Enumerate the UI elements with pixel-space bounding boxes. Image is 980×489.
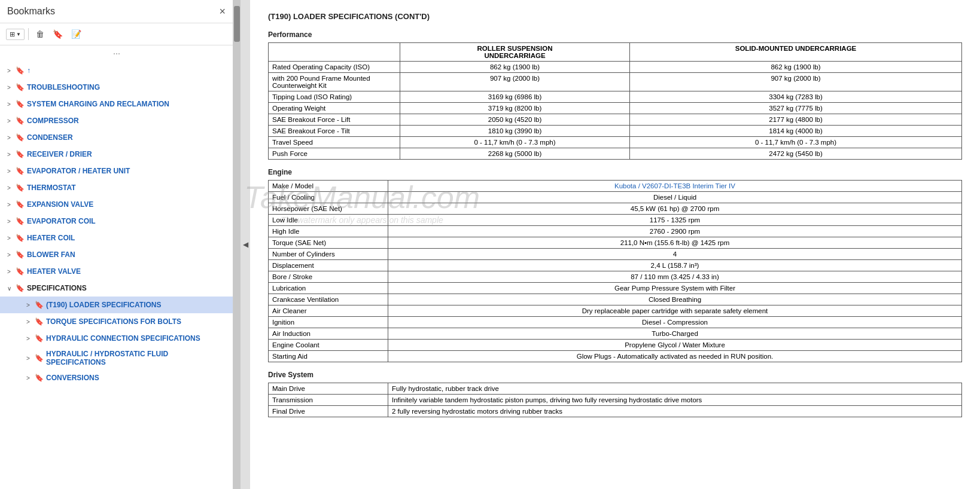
bookmark-item-t190_loader[interactable]: >🔖(T190) LOADER SPECIFICATIONS [0, 297, 233, 313]
bookmark-icon-torque_specs: 🔖 [35, 317, 44, 326]
grid-view-button[interactable]: ⊞ ▼ [6, 29, 25, 40]
expand-arrow-thermostat[interactable]: > [5, 185, 13, 191]
rename-button[interactable]: 📝 [68, 27, 85, 41]
bookmark-label-scroll_up: ↑ [27, 66, 228, 75]
bookmark-icon-evaporator_coil: 🔖 [16, 217, 25, 225]
perf-val2-4: 2177 kg (4800 lb) [630, 114, 962, 126]
bookmark-item-receiver_drier[interactable]: >🔖RECEIVER / DRIER [0, 146, 233, 163]
bookmark-item-troubleshooting[interactable]: >🔖TROUBLESHOOTING [0, 79, 233, 96]
expand-arrow-hydraulic_fluid[interactable]: > [24, 355, 32, 362]
bookmark-icon-receiver_drier: 🔖 [16, 150, 25, 158]
dropdown-arrow: ▼ [16, 32, 21, 37]
expand-arrow-expansion_valve[interactable]: > [5, 201, 13, 208]
bookmark-item-evaporator_heater[interactable]: >🔖EVAPORATOR / HEATER UNIT [0, 163, 233, 179]
bookmark-label-troubleshooting: TROUBLESHOOTING [27, 83, 228, 91]
engine-label-10: Crankcase Ventilation [269, 294, 388, 305]
bookmark-item-evaporator_coil[interactable]: >🔖EVAPORATOR COIL [0, 213, 233, 230]
delete-icon: 🗑 [36, 29, 44, 39]
bookmark-item-scroll_up[interactable]: >🔖↑ [0, 62, 233, 79]
add-bookmark-icon: 🔖 [53, 29, 63, 39]
bookmark-item-condenser[interactable]: >🔖CONDENSER [0, 129, 233, 146]
bookmark-icon-system_charging: 🔖 [16, 100, 25, 108]
expand-arrow-heater_coil[interactable]: > [5, 235, 13, 242]
drive-table: Main Drive Fully hydrostatic, rubber tra… [268, 383, 962, 417]
engine-row-0: Make / Model Kubota / V2607-DI-TE3B Inte… [269, 181, 962, 192]
close-button[interactable]: × [219, 6, 226, 17]
engine-label-4: High Idle [269, 226, 388, 237]
engine-label-14: Engine Coolant [269, 340, 388, 351]
bookmark-item-heater_coil[interactable]: >🔖HEATER COIL [0, 230, 233, 246]
expand-arrow-torque_specs[interactable]: > [24, 319, 32, 325]
engine-row-13: Air Induction Turbo-Charged [269, 328, 962, 340]
bookmark-label-compressor: COMPRESSOR [27, 117, 228, 125]
drive-label-0: Main Drive [269, 383, 388, 395]
bookmark-label-heater_coil: HEATER COIL [27, 234, 228, 242]
expand-arrow-receiver_drier[interactable]: > [5, 151, 13, 158]
perf-label-0: Rated Operating Capacity (ISO) [269, 62, 400, 73]
engine-value-13: Turbo-Charged [388, 328, 962, 340]
bookmark-label-condenser: CONDENSER [27, 133, 228, 142]
bookmark-item-heater_valve[interactable]: >🔖HEATER VALVE [0, 263, 233, 280]
drive-value-1: Infinitely variable tandem hydrostatic p… [388, 395, 962, 406]
expand-arrow-t190_loader[interactable]: > [24, 302, 32, 308]
bookmark-item-compressor[interactable]: >🔖COMPRESSOR [0, 112, 233, 129]
bookmark-item-expansion_valve[interactable]: >🔖EXPANSION VALVE [0, 196, 233, 213]
engine-value-3: 1175 - 1325 rpm [388, 215, 962, 226]
scroll-up-indicator[interactable]: ⋯ [0, 45, 233, 62]
engine-row-10: Crankcase Ventilation Closed Breathing [269, 294, 962, 305]
perf-val2-5: 1814 kg (4000 lb) [630, 126, 962, 137]
expand-arrow-evaporator_heater[interactable]: > [5, 168, 13, 175]
engine-value-1: Diesel / Liquid [388, 192, 962, 203]
engine-label-1: Fuel / Cooling [269, 192, 388, 203]
engine-value-6: 4 [388, 249, 962, 260]
bookmark-label-receiver_drier: RECEIVER / DRIER [27, 150, 228, 158]
bookmark-item-hydraulic_fluid[interactable]: >🔖HYDRAULIC / HYDROSTATIC FLUID SPECIFIC… [0, 347, 233, 369]
bookmark-icon-expansion_valve: 🔖 [16, 200, 25, 209]
expand-arrow-compressor[interactable]: > [5, 118, 13, 124]
bookmark-item-system_charging[interactable]: >🔖SYSTEM CHARGING AND RECLAMATION [0, 96, 233, 112]
bookmark-label-hydraulic_fluid: HYDRAULIC / HYDROSTATIC FLUID SPECIFICAT… [46, 350, 228, 366]
scrollbar-thumb[interactable] [234, 6, 240, 42]
bookmark-item-torque_specs[interactable]: >🔖TORQUE SPECIFICATIONS FOR BOLTS [0, 313, 233, 330]
bookmark-item-conversions[interactable]: >🔖CONVERSIONS [0, 369, 233, 386]
engine-row-11: Air Cleaner Dry replaceable paper cartri… [269, 305, 962, 317]
expand-arrow-scroll_up[interactable]: > [5, 68, 13, 74]
engine-row-1: Fuel / Cooling Diesel / Liquid [269, 192, 962, 203]
scroll-up-arrow: ⋯ [113, 50, 120, 58]
add-bookmark-button[interactable]: 🔖 [49, 27, 66, 41]
bookmark-item-hydraulic_connection[interactable]: >🔖HYDRAULIC CONNECTION SPECIFICATIONS [0, 330, 233, 347]
bookmark-list[interactable]: ⋯ >🔖↑>🔖TROUBLESHOOTING>🔖SYSTEM CHARGING … [0, 45, 233, 489]
engine-label-9: Lubrication [269, 283, 388, 294]
perf-row-5: SAE Breakout Force - Tilt 1810 kg (3990 … [269, 126, 962, 137]
engine-label-2: Horsepower (SAE Net) [269, 203, 388, 215]
engine-label-6: Number of Cylinders [269, 249, 388, 260]
bookmark-icon-thermostat: 🔖 [16, 184, 25, 192]
bookmarks-title: Bookmarks [7, 6, 55, 17]
expand-arrow-heater_valve[interactable]: > [5, 268, 13, 275]
perf-row-7: Push Force 2268 kg (5000 lb) 2472 kg (54… [269, 148, 962, 160]
panel-scrollbar[interactable] [233, 0, 241, 489]
expand-arrow-troubleshooting[interactable]: > [5, 84, 13, 91]
engine-row-4: High Idle 2760 - 2900 rpm [269, 226, 962, 237]
bookmark-item-specifications[interactable]: ∨🔖SPECIFICATIONS [0, 280, 233, 297]
bookmark-item-blower_fan[interactable]: >🔖BLOWER FAN [0, 246, 233, 263]
expand-arrow-evaporator_coil[interactable]: > [5, 218, 13, 225]
drive-value-0: Fully hydrostatic, rubber track drive [388, 383, 962, 395]
expand-arrow-specifications[interactable]: ∨ [5, 285, 13, 292]
bookmark-label-system_charging: SYSTEM CHARGING AND RECLAMATION [27, 100, 228, 108]
bookmark-item-thermostat[interactable]: >🔖THERMOSTAT [0, 179, 233, 196]
perf-label-6: Travel Speed [269, 137, 400, 148]
engine-table: Make / Model Kubota / V2607-DI-TE3B Inte… [268, 180, 962, 362]
perf-val1-6: 0 - 11,7 km/h (0 - 7.3 mph) [400, 137, 630, 148]
expand-arrow-hydraulic_connection[interactable]: > [24, 335, 32, 342]
expand-arrow-system_charging[interactable]: > [5, 101, 13, 108]
expand-arrow-blower_fan[interactable]: > [5, 252, 13, 258]
delete-button[interactable]: 🗑 [32, 27, 48, 41]
engine-label-8: Bore / Stroke [269, 271, 388, 283]
expand-arrow-condenser[interactable]: > [5, 135, 13, 141]
collapse-panel-button[interactable]: ◀ [241, 0, 250, 489]
perf-label-3: Operating Weight [269, 103, 400, 114]
expand-arrow-conversions[interactable]: > [24, 375, 32, 381]
perf-row-4: SAE Breakout Force - Lift 2050 kg (4520 … [269, 114, 962, 126]
performance-table: ROLLER SUSPENSIONUNDERCARRIAGE SOLID-MOU… [268, 42, 962, 160]
